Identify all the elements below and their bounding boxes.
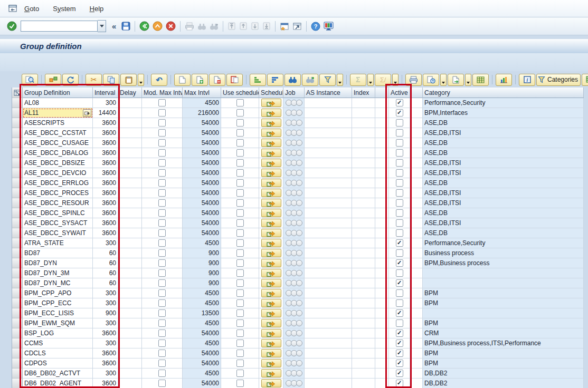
cell-delay[interactable] — [118, 288, 142, 298]
cell-as-instance[interactable] — [305, 98, 352, 108]
cell-index[interactable] — [352, 178, 375, 188]
previous-page-icon[interactable] — [239, 22, 248, 30]
mod-max-intvl-checkbox[interactable] — [158, 129, 166, 137]
cell-delay[interactable] — [118, 158, 142, 168]
cell-as-instance[interactable] — [305, 218, 352, 228]
cell-as-instance[interactable] — [305, 198, 352, 208]
schedule-button[interactable] — [261, 269, 281, 277]
job-status-icons[interactable] — [286, 160, 302, 166]
active-checkbox[interactable] — [396, 269, 403, 277]
cell-max-intvl[interactable]: 54000 — [183, 168, 221, 178]
schedule-button[interactable] — [261, 209, 281, 217]
paste-dropdown-icon[interactable] — [138, 74, 144, 86]
active-checkbox[interactable]: ✓ — [396, 109, 403, 117]
mod-max-intvl-checkbox[interactable] — [158, 289, 166, 297]
job-status-icons[interactable] — [286, 150, 302, 156]
cell-delay[interactable] — [118, 148, 142, 158]
job-status-icons[interactable] — [286, 350, 302, 356]
active-checkbox[interactable] — [396, 139, 403, 147]
find-icon[interactable] — [284, 74, 301, 86]
select-all-header[interactable] — [12, 88, 23, 98]
schedule-button[interactable] — [261, 319, 281, 327]
column-header-delay[interactable]: Delay — [118, 88, 142, 98]
cell-as-instance[interactable] — [305, 338, 352, 348]
sum-icon[interactable]: Σ — [350, 74, 366, 86]
cell-category[interactable]: BPM — [423, 348, 584, 358]
column-header-active[interactable]: Active — [389, 88, 410, 98]
column-header-category[interactable]: Category — [423, 88, 584, 98]
job-status-icons[interactable] — [286, 140, 302, 146]
row-selector[interactable] — [12, 128, 23, 138]
cell-delay[interactable] — [118, 258, 142, 268]
mod-max-intvl-checkbox[interactable] — [158, 119, 166, 127]
cell-max-intvl[interactable]: 54000 — [183, 128, 221, 138]
enter-icon[interactable] — [7, 21, 17, 31]
job-status-icons[interactable] — [286, 100, 302, 106]
active-checkbox[interactable] — [396, 299, 403, 307]
sort-ascending-icon[interactable] — [250, 74, 266, 86]
row-selector[interactable] — [12, 268, 23, 278]
row-selector[interactable] — [12, 208, 23, 218]
active-checkbox[interactable]: ✓ — [396, 329, 403, 337]
row-selector[interactable] — [12, 248, 23, 258]
cell-category[interactable] — [423, 308, 584, 318]
cell-index[interactable] — [352, 108, 375, 118]
cell-delay[interactable] — [118, 238, 142, 248]
column-header-group[interactable]: Group Definition — [23, 88, 93, 98]
cell-as-instance[interactable] — [305, 268, 352, 278]
display-change-icon[interactable] — [45, 74, 61, 86]
cell-max-intvl[interactable]: 54000 — [183, 208, 221, 218]
cell-as-instance[interactable] — [305, 278, 352, 288]
cell-as-instance[interactable] — [305, 298, 352, 308]
job-status-icons[interactable] — [286, 190, 302, 196]
schedule-button[interactable] — [261, 169, 281, 177]
mod-max-intvl-checkbox[interactable] — [158, 370, 166, 377]
cell-as-instance[interactable] — [305, 118, 352, 128]
mod-max-intvl-checkbox[interactable] — [158, 309, 166, 317]
cell-category[interactable]: Performance,Security — [423, 238, 584, 248]
sum-dropdown-icon[interactable] — [367, 74, 374, 86]
row-selector[interactable] — [12, 368, 23, 379]
cell-as-instance[interactable] — [305, 248, 352, 258]
job-status-icons[interactable] — [286, 110, 302, 116]
cell-delay[interactable] — [118, 268, 142, 278]
cell-index[interactable] — [352, 258, 375, 268]
cell-group[interactable]: DB6_DB02_ACTVT — [23, 368, 93, 379]
job-status-icons[interactable] — [286, 250, 302, 256]
cell-as-instance[interactable] — [305, 308, 352, 318]
column-header-mod-max-intvl[interactable]: Mod. Max Intvl — [142, 88, 183, 98]
job-status-icons[interactable] — [286, 220, 302, 226]
cell-category[interactable]: ASE,DB — [423, 118, 584, 128]
mod-max-intvl-checkbox[interactable] — [158, 139, 166, 147]
new-session-icon[interactable] — [280, 22, 289, 31]
cell-index[interactable] — [352, 268, 375, 278]
cell-category[interactable]: BPM — [423, 318, 584, 328]
cell-category[interactable]: ASE,DB,ITSI — [423, 218, 584, 228]
schedule-button[interactable] — [261, 349, 281, 357]
active-checkbox[interactable]: ✓ — [396, 239, 403, 247]
row-selector[interactable] — [12, 338, 23, 348]
row-selector[interactable] — [12, 258, 23, 268]
cell-as-instance[interactable] — [305, 318, 352, 328]
active-checkbox[interactable]: ✓ — [396, 340, 403, 347]
use-schedule-checkbox[interactable] — [236, 109, 244, 117]
cell-as-instance[interactable] — [305, 358, 352, 368]
cell-delay[interactable] — [118, 198, 142, 208]
paste-icon[interactable] — [120, 74, 137, 86]
mod-max-intvl-checkbox[interactable] — [158, 319, 166, 327]
cell-group[interactable]: BD87_DYN_MC — [23, 278, 93, 288]
cell-interval[interactable]: 3600 — [93, 198, 118, 208]
cell-category[interactable]: BPM — [423, 298, 584, 308]
cell-category[interactable]: BPM — [423, 358, 584, 368]
column-header-use-schedule[interactable]: Use schedule — [221, 88, 259, 98]
column-header-job[interactable]: Job — [283, 88, 305, 98]
cell-as-instance[interactable] — [305, 178, 352, 188]
cell-delay[interactable] — [118, 168, 142, 178]
cell-interval[interactable]: 60 — [93, 248, 118, 258]
cell-category[interactable]: ASE,DB,ITSI — [423, 158, 584, 168]
use-schedule-checkbox[interactable] — [236, 249, 244, 257]
cell-group[interactable]: ASE_DBCC_SYWAIT — [23, 228, 93, 238]
use-schedule-checkbox[interactable] — [236, 209, 244, 217]
cell-index[interactable] — [352, 328, 375, 338]
cell-max-intvl[interactable]: 4500 — [183, 368, 221, 379]
